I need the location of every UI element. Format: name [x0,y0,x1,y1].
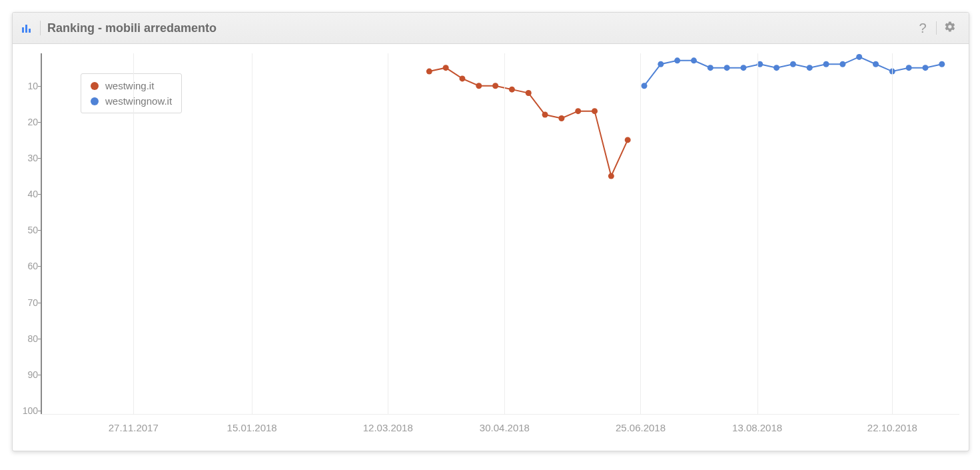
data-point[interactable] [658,61,664,67]
data-point[interactable] [790,61,796,67]
legend-label: westwingnow.it [105,95,172,107]
data-point[interactable] [708,65,714,71]
data-point[interactable] [674,57,680,63]
y-tick-label: 50 [15,225,38,235]
x-tick-label: 30.04.2018 [480,422,530,433]
legend-item: westwingnow.it [91,93,172,109]
y-tick-label: 40 [15,189,38,199]
plot-area: westwing.it westwingnow.it 1020304050607… [41,53,959,411]
data-point[interactable] [691,57,697,63]
data-point[interactable] [492,83,498,89]
y-tick-label: 90 [15,369,38,380]
data-point[interactable] [509,87,515,93]
legend-label: westwing.it [105,80,154,91]
y-tick-mark [38,339,41,339]
legend-item: westwing.it [91,78,172,93]
panel-title: Ranking - mobili arredamento [47,21,217,35]
legend: westwing.it westwingnow.it [81,73,182,113]
y-tick-label: 20 [15,117,38,127]
chart-body: westwing.it westwingnow.it 1020304050607… [13,44,969,451]
data-point[interactable] [906,65,912,71]
x-gridline [388,53,388,415]
data-point[interactable] [724,65,730,71]
data-point[interactable] [740,65,746,71]
data-point[interactable] [526,90,532,96]
y-tick-label: 80 [15,333,38,344]
data-point[interactable] [856,54,862,60]
legend-swatch-icon [91,97,99,105]
y-tick-mark [38,122,41,123]
data-point[interactable] [426,69,432,75]
x-gridline [252,53,252,415]
x-gridline [757,53,758,415]
x-tick-label: 27.11.2017 [109,422,159,433]
x-tick-label: 15.01.2018 [227,422,277,433]
y-tick-mark [38,266,41,267]
y-tick-label: 60 [15,261,38,271]
y-tick-mark [38,230,41,231]
panel-header: Ranking - mobili arredamento ? [13,13,969,44]
y-tick-label: 30 [15,153,38,163]
ranking-panel: Ranking - mobili arredamento ? westwing.… [12,12,969,451]
y-tick-mark [38,158,41,159]
legend-swatch-icon [91,82,99,90]
x-gridline [504,53,505,415]
data-point[interactable] [642,83,648,89]
data-point[interactable] [592,108,598,114]
y-tick-mark [38,375,41,375]
x-tick-label: 12.03.2018 [363,422,413,433]
data-point[interactable] [459,75,465,81]
y-tick-mark [38,411,41,411]
y-tick-label: 100 [15,405,38,416]
data-point[interactable] [625,137,631,143]
data-point[interactable] [773,65,779,71]
data-point[interactable] [873,61,879,67]
data-point[interactable] [922,65,928,71]
data-point[interactable] [443,65,449,71]
y-tick-mark [38,86,41,87]
series-line [429,68,628,176]
data-point[interactable] [476,83,482,89]
data-point[interactable] [839,61,845,67]
x-gridline [640,53,641,415]
x-axis [41,414,959,415]
data-point[interactable] [807,65,813,71]
y-tick-label: 10 [15,81,38,91]
help-icon[interactable]: ? [913,21,932,36]
data-point[interactable] [608,173,614,179]
x-gridline [892,53,893,415]
chart-icon [22,23,31,33]
data-point[interactable] [558,115,564,121]
y-tick-mark [38,303,41,303]
header-divider [40,21,41,35]
x-gridline [133,53,134,415]
y-tick-label: 70 [15,297,38,308]
data-point[interactable] [823,61,829,67]
x-tick-label: 13.08.2018 [732,422,782,433]
x-tick-label: 25.06.2018 [616,422,666,433]
settings-icon[interactable] [941,21,959,36]
y-tick-mark [38,194,41,195]
x-tick-label: 22.10.2018 [867,422,917,433]
data-point[interactable] [575,108,581,114]
data-point[interactable] [939,61,945,67]
data-point[interactable] [542,112,548,118]
header-divider-right [936,21,937,35]
